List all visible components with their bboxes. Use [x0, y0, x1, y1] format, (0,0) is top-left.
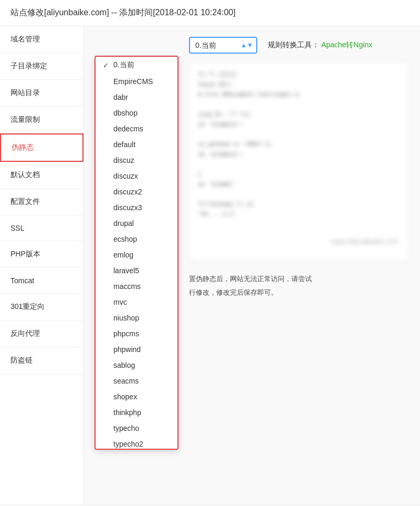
- dropdown-item-typecho[interactable]: typecho: [96, 420, 177, 436]
- dropdown-item-mvc[interactable]: mvc: [96, 294, 177, 310]
- dropdown-item-typecho2[interactable]: typecho2: [96, 436, 177, 450]
- dropdown-item-thinkphp[interactable]: thinkphp: [96, 405, 177, 420]
- dropdown-item-phpwind[interactable]: phpwind: [96, 342, 177, 357]
- sidebar-item-traffic[interactable]: 流量限制: [0, 107, 83, 133]
- code-line-11: {: [198, 171, 401, 178]
- content-toolbar: 0.当前 ▲▼ 规则转换工具： Apache转Nginx: [189, 37, 410, 54]
- bottom-info-line2: 行修改，修改完后保存即可。: [189, 286, 410, 300]
- dropdown-item-shopex[interactable]: shopex: [96, 389, 177, 405]
- code-line-6: se '$(amm)$';: [198, 121, 401, 128]
- cms-select-wrapper[interactable]: 0.当前 ▲▼: [189, 37, 257, 54]
- dropdown-item-dabr[interactable]: dabr: [96, 89, 177, 105]
- code-line-5: jing 0= .**.*){: [198, 111, 401, 118]
- rule-tool-link[interactable]: Apache转Nginx: [321, 40, 372, 49]
- sidebar-item-config[interactable]: 配置文件: [0, 189, 83, 215]
- cms-select-input[interactable]: 0.当前: [189, 37, 257, 54]
- dropdown-item-current[interactable]: ✓ 0.当前: [96, 57, 177, 74]
- dropdown-item-discuzx[interactable]: discuzx: [96, 168, 177, 184]
- dropdown-item-dedecms[interactable]: dedecms: [96, 121, 177, 137]
- main-layout: 域名管理 子目录绑定 网站目录 流量限制 伪静态 默认文档 配置文件 SSL P…: [0, 26, 420, 504]
- code-line-2: Youns 81);: [198, 81, 401, 88]
- code-line-3: b-file #document_root/super-a: [198, 91, 401, 98]
- code-line-1: f(.*\.(3){{: [198, 71, 401, 78]
- dropdown-item-empirecms[interactable]: EmpireCMS: [96, 74, 177, 89]
- sidebar-item-hotlink[interactable]: 防盗链: [0, 347, 83, 374]
- code-line-15: "4f... 3-1": [198, 211, 401, 218]
- code-line-12: se '$(amm)': [198, 181, 401, 188]
- bottom-info: 置伪静态后，网站无法正常访问，请尝试 行修改，修改完后保存即可。: [189, 272, 410, 300]
- watermark: www.AliyunBaiKe.com: [331, 237, 398, 245]
- code-line-10: [198, 161, 401, 168]
- dropdown-item-maccms[interactable]: maccms: [96, 278, 177, 294]
- dropdown-item-emlog[interactable]: emlog: [96, 247, 177, 263]
- code-line-9: se '$(amm)$';: [198, 151, 401, 158]
- cms-dropdown[interactable]: ✓ 0.当前 EmpireCMS dabr dbshop dedecms: [94, 56, 178, 450]
- right-content-area: 0.当前 ▲▼ 规则转换工具： Apache转Nginx f(.*\.(3){{…: [189, 37, 410, 504]
- sidebar-item-subdir[interactable]: 子目录绑定: [0, 53, 83, 80]
- sidebar-item-pseudo[interactable]: 伪静态: [0, 133, 83, 162]
- main-content: ✓ 0.当前 EmpireCMS dabr dbshop dedecms: [84, 26, 420, 504]
- sidebar-item-ssl[interactable]: SSL: [0, 215, 83, 241]
- code-line-13: [198, 191, 401, 198]
- bottom-info-line1: 置伪静态后，网站无法正常访问，请尝试: [189, 272, 410, 286]
- sidebar-item-domain[interactable]: 域名管理: [0, 26, 83, 53]
- checkmark-icon: ✓: [103, 61, 110, 69]
- dropdown-item-dbshop[interactable]: dbshop: [96, 105, 177, 121]
- sidebar-item-proxy[interactable]: 反向代理: [0, 321, 83, 347]
- sidebar: 域名管理 子目录绑定 网站目录 流量限制 伪静态 默认文档 配置文件 SSL P…: [0, 26, 84, 504]
- dropdown-item-ecshop[interactable]: ecshop: [96, 231, 177, 247]
- code-line-7: [198, 131, 401, 138]
- sidebar-item-redirect[interactable]: 301重定向: [0, 294, 83, 321]
- dropdown-item-niushop[interactable]: niushop: [96, 310, 177, 326]
- sidebar-item-php[interactable]: PHP版本: [0, 241, 83, 268]
- dropdown-item-discuzx2[interactable]: discuzx2: [96, 184, 177, 200]
- code-line-14: f(*/$(home.*).{{: [198, 201, 401, 208]
- rule-tool-prefix: 规则转换工具：: [268, 40, 319, 49]
- dropdown-item-seacms[interactable]: seacms: [96, 373, 177, 389]
- dropdown-item-default[interactable]: default: [96, 137, 177, 152]
- sidebar-item-tomcat[interactable]: Tomcat: [0, 268, 83, 294]
- dropdown-item-phpcms[interactable]: phpcms: [96, 326, 177, 342]
- dropdown-item-discuz[interactable]: discuz: [96, 152, 177, 168]
- sidebar-item-website[interactable]: 网站目录: [0, 80, 83, 107]
- code-line-8: st_method == 'POST'){: [198, 141, 401, 148]
- code-editor[interactable]: f(.*\.(3){{ Youns 81); b-file #document_…: [189, 62, 410, 262]
- rule-tool: 规则转换工具： Apache转Nginx: [268, 40, 372, 50]
- page-title: 站点修改[aliyunbaike.com] -- 添加时间[2018-02-01…: [10, 8, 236, 17]
- dropdown-item-laravel5[interactable]: laravel5: [96, 263, 177, 278]
- code-line-4: [198, 101, 401, 108]
- dropdown-item-discuzx3[interactable]: discuzx3: [96, 200, 177, 215]
- sidebar-item-default-doc[interactable]: 默认文档: [0, 162, 83, 189]
- page-header: 站点修改[aliyunbaike.com] -- 添加时间[2018-02-01…: [0, 0, 420, 26]
- dropdown-item-drupal[interactable]: drupal: [96, 215, 177, 231]
- dropdown-item-sablog[interactable]: sablog: [96, 357, 177, 373]
